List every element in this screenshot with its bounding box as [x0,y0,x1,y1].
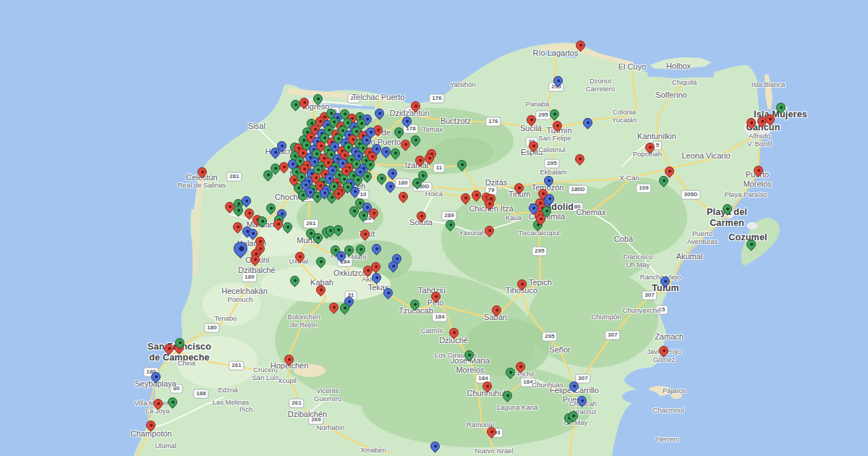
place-label: Pájaros [663,387,686,394]
place-label: Colonia Yucatán [612,108,637,124]
place-label: Chacmool [653,406,684,414]
place-label: Holcá [425,190,443,198]
place-label: Dzidzantún [389,109,429,118]
place-label: Catmís [421,326,443,334]
place-label: Dzonot Carretero [586,77,615,93]
place-label: Chumpón [591,313,621,321]
place-label: Río Lagartos [533,48,579,58]
place-label: Laguna Kaná [497,403,538,411]
place-label: Chunyaxché [623,306,661,314]
place-label: Temax [422,125,443,133]
highway-shield: 180 [395,179,410,188]
place-label: Yaxunah [459,229,486,237]
place-label: Hecelchakán [221,287,268,296]
highway-shield: 188 [193,389,208,399]
place-label: El Cuyo [618,62,647,72]
place-label: Playa Paraíso [724,190,767,198]
highway-shield: 289 [441,211,456,221]
place-label: Zamach [655,332,684,342]
highway-shield: 261 [289,399,304,408]
place-label: Ulumal [155,442,176,449]
place-label: Holbox [666,62,691,71]
place-label: Isla Blanca [752,80,785,88]
place-label: Norhabin [317,423,345,431]
place-label: Edzná [218,386,238,394]
place-label: Panabá [526,100,550,108]
highway-shield: 261 [229,361,244,371]
place-label: Señor [549,345,570,355]
place-label: Calotmul [538,145,566,153]
highway-shield: 295 [532,247,547,256]
place-label: Puerto Aventuras [687,229,718,245]
place-label: Kaua [506,214,522,221]
place-label: Pich [239,405,252,413]
place-label: Solferino [655,90,686,100]
place-label: Chunhuás [532,381,563,389]
place-label: Vicente Guerrero [314,387,341,402]
place-label: Chiná [178,359,196,367]
highway-shield: 11 [433,164,445,173]
highway-shield: 295 [544,159,559,169]
highway-shield: 281 [226,172,242,182]
place-label: Tepich [529,278,552,287]
place-label: Cobá [614,235,633,244]
highway-shield: 307 [605,331,620,340]
place-label: Alfredo V. Bonfil [747,132,773,148]
place-label: Herrero [656,435,679,443]
highway-shield: 180D [568,185,587,195]
place-label: Real de Salinas [178,181,226,189]
place-label: Chemax [576,208,606,217]
highway-shield: 307 [575,374,590,384]
place-label: Kantunilkin [637,132,676,141]
place-label: Dzitbalché [238,266,275,275]
place-label: Xmabén [360,446,386,454]
place-label: Sisal [248,122,265,131]
highway-shield: 176 [429,94,444,104]
place-label: Yalsihón [450,80,476,88]
highway-shield: 305D [681,190,700,200]
place-label: San Felipe [538,134,571,142]
place-label: Dzitás [485,178,508,187]
highway-shield: 261 [303,219,318,229]
place-label: Xcupil [278,376,297,384]
place-label: Pomuch [228,295,253,303]
place-label: Telchac Puerto [352,93,405,102]
place-label: Francisco Uh May [623,253,652,269]
place-label: Nuevo Israel [475,447,513,455]
highway-shield: 176 [485,117,501,127]
place-label: Leona Vicario [681,151,730,161]
place-label: Tenabo [214,314,237,322]
place-label: Bolonchén de Rejón [288,313,320,329]
cozumel-town-patch [746,222,758,229]
place-label: Ekbalam [540,168,567,176]
map-canvas[interactable]: 27176172176178176332952952951110180180D1… [0,0,868,456]
highway-shield: 295 [542,332,557,342]
place-label: Buctzotz [441,117,471,126]
place-label: Chiquilá [672,78,697,86]
highway-shield: 109 [636,184,651,193]
place-label: Akumal [676,252,703,261]
highway-shield: 184 [432,313,447,322]
place-label: Dzibalchén [288,410,327,419]
highway-shield: 180 [204,324,219,333]
highway-shield: 295 [535,111,550,120]
place-label: X-Can [620,174,639,182]
